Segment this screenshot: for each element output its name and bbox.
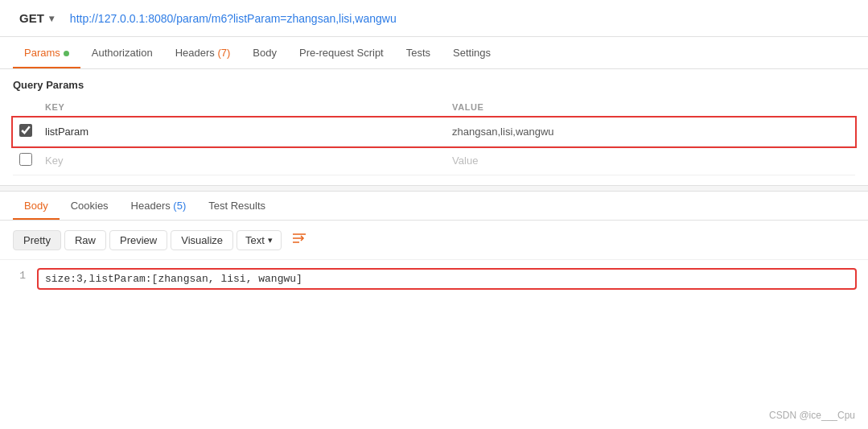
table-row: listParam zhangsan,lisi,wangwu bbox=[13, 118, 855, 146]
body-tab-label: Body bbox=[24, 200, 48, 212]
line-numbers: 1 bbox=[13, 270, 26, 288]
empty-checkbox-cell[interactable] bbox=[13, 146, 39, 175]
tab-tests[interactable]: Tests bbox=[395, 37, 442, 68]
code-area: 1 size:3,listParam:[zhangsan, lisi, wang… bbox=[0, 260, 868, 298]
test-results-label: Test Results bbox=[208, 200, 265, 212]
empty-value-cell[interactable]: Value bbox=[446, 146, 855, 175]
param-checkbox[interactable] bbox=[19, 124, 32, 137]
raw-button[interactable]: Raw bbox=[64, 230, 106, 250]
format-toolbar: Pretty Raw Preview Visualize Text ▾ bbox=[0, 221, 868, 260]
url-bar: GET ▾ bbox=[0, 0, 868, 37]
line-number-1: 1 bbox=[19, 270, 26, 282]
param-key-cell[interactable]: listParam bbox=[39, 118, 446, 146]
tab-tests-label: Tests bbox=[406, 47, 430, 59]
tab-cookies[interactable]: Cookies bbox=[60, 192, 120, 220]
empty-checkbox[interactable] bbox=[19, 153, 32, 166]
tab-pre-request[interactable]: Pre-request Script bbox=[288, 37, 395, 68]
code-content[interactable]: size:3,listParam:[zhangsan, lisi, wangwu… bbox=[39, 270, 855, 288]
code-line-1: size:3,listParam:[zhangsan, lisi, wangwu… bbox=[45, 273, 302, 285]
top-tab-nav: Params Authorization Headers (7) Body Pr… bbox=[0, 37, 868, 69]
url-input[interactable] bbox=[70, 12, 855, 25]
visualize-button[interactable]: Visualize bbox=[171, 230, 233, 250]
headers-response-label: Headers bbox=[131, 200, 174, 212]
tab-pre-request-label: Pre-request Script bbox=[299, 47, 384, 59]
tab-authorization[interactable]: Authorization bbox=[80, 37, 164, 68]
format-dropdown-label: Text bbox=[245, 234, 265, 246]
body-tab-nav: Body Cookies Headers (5) Test Results bbox=[0, 192, 868, 221]
query-params-title: Query Params bbox=[13, 79, 855, 91]
tab-authorization-label: Authorization bbox=[92, 47, 153, 59]
pretty-button[interactable]: Pretty bbox=[13, 230, 61, 250]
section-divider bbox=[0, 185, 868, 192]
param-key: listParam bbox=[45, 126, 88, 138]
tab-body-label: Body bbox=[253, 47, 277, 59]
chevron-down-icon: ▾ bbox=[268, 235, 273, 245]
table-row: Key Value bbox=[13, 146, 855, 175]
checkbox-cell[interactable] bbox=[13, 118, 39, 146]
method-chevron: ▾ bbox=[49, 13, 54, 24]
cookies-tab-label: Cookies bbox=[71, 200, 109, 212]
body-section: Body Cookies Headers (5) Test Results Pr… bbox=[0, 192, 868, 298]
tab-body-response[interactable]: Body bbox=[13, 192, 60, 220]
checkbox-header bbox=[13, 97, 39, 118]
empty-value-placeholder: Value bbox=[452, 155, 478, 167]
tab-test-results[interactable]: Test Results bbox=[197, 192, 277, 220]
params-table: KEY VALUE listParam zhangsan,lisi,wangwu bbox=[13, 97, 855, 175]
tab-headers-response[interactable]: Headers (5) bbox=[120, 192, 198, 220]
tab-params-label: Params bbox=[24, 47, 60, 59]
headers-response-badge: (5) bbox=[173, 200, 186, 212]
wrap-icon bbox=[291, 230, 307, 246]
empty-key-cell[interactable]: Key bbox=[39, 146, 446, 175]
param-value: zhangsan,lisi,wangwu bbox=[452, 126, 553, 138]
method-label: GET bbox=[19, 11, 44, 25]
tab-headers[interactable]: Headers (7) bbox=[164, 37, 242, 68]
value-header: VALUE bbox=[446, 97, 855, 118]
method-select[interactable]: GET ▾ bbox=[13, 8, 60, 28]
format-dropdown[interactable]: Text ▾ bbox=[237, 230, 282, 250]
empty-key-placeholder: Key bbox=[45, 155, 63, 167]
tab-settings-label: Settings bbox=[453, 47, 491, 59]
tab-params[interactable]: Params bbox=[13, 37, 80, 68]
query-params-section: Query Params KEY VALUE listParam zhangsa… bbox=[0, 69, 868, 175]
key-header: KEY bbox=[39, 97, 446, 118]
param-value-cell[interactable]: zhangsan,lisi,wangwu bbox=[446, 118, 855, 146]
params-dot bbox=[64, 51, 69, 56]
tab-settings[interactable]: Settings bbox=[442, 37, 502, 68]
headers-badge: (7) bbox=[217, 47, 230, 59]
tab-headers-label: Headers bbox=[175, 47, 218, 59]
wrap-button[interactable] bbox=[285, 227, 314, 253]
preview-button[interactable]: Preview bbox=[109, 230, 167, 250]
tab-body[interactable]: Body bbox=[241, 37, 288, 68]
